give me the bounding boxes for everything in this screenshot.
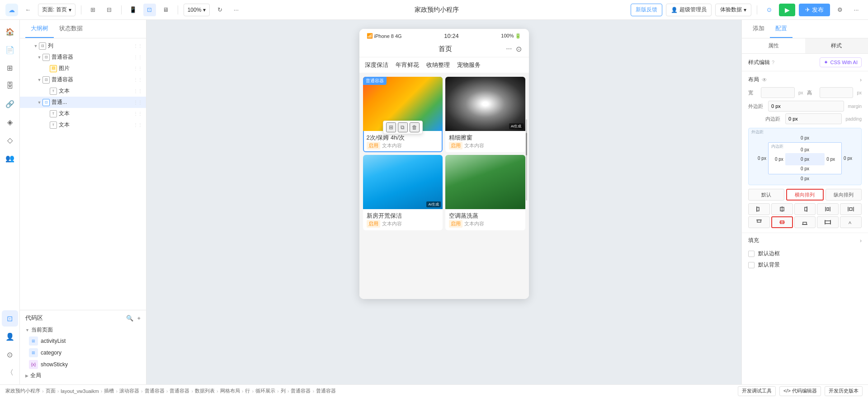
phone-card-4[interactable]: 空调蒸洗蒸 启用 文本内容: [445, 155, 525, 230]
history-button[interactable]: 开发历史版本: [825, 386, 863, 396]
delete-btn[interactable]: 🗑: [410, 122, 420, 132]
default-border-checkbox[interactable]: [748, 251, 755, 257]
padding-bottom-val[interactable]: 0 px: [801, 166, 809, 171]
padding-left-val[interactable]: 0 px: [775, 157, 783, 162]
duplicate-btn[interactable]: ⧉: [398, 122, 408, 132]
tree-item-text3[interactable]: ▶ T 文本 ⋮⋮: [20, 119, 146, 131]
breadcrumb-scroll[interactable]: 滚动容器: [119, 388, 139, 394]
phone-icon-btn[interactable]: ⊡: [143, 4, 156, 16]
padding-input[interactable]: 0 px: [785, 113, 842, 124]
margin-right-val[interactable]: 0 px: [844, 156, 852, 161]
tab-add[interactable]: 添加: [747, 20, 770, 38]
margin-input[interactable]: 0 px: [768, 101, 844, 112]
code-editor-button[interactable]: </> 代码编辑器: [779, 386, 821, 396]
phone-card-2[interactable]: AI生成 精细擦窗 启用 文本内容: [445, 77, 525, 152]
sidebar-item-home[interactable]: 🏠: [2, 23, 18, 40]
help-icon[interactable]: ?: [772, 60, 774, 65]
sidebar-item-user[interactable]: 👤: [2, 328, 18, 345]
tree-item-image[interactable]: ▶ 🖼 图片 ⋮⋮: [20, 63, 146, 74]
cat-3[interactable]: 收纳整理: [426, 61, 450, 69]
cat-4[interactable]: 宠物服务: [457, 61, 481, 69]
current-page-item[interactable]: ▼ 当前页面: [25, 325, 141, 335]
margin-left-val[interactable]: 0 px: [758, 156, 766, 161]
subtab-style[interactable]: 样式: [805, 38, 868, 53]
copy-icon-btn[interactable]: ⊞: [87, 4, 99, 16]
eye-icon[interactable]: 👁: [762, 77, 767, 83]
sidebar-item-pages[interactable]: 📄: [2, 42, 18, 58]
preview-button[interactable]: ▶: [779, 4, 795, 16]
dir-default-btn[interactable]: 默认: [748, 189, 784, 201]
zoom-selector[interactable]: 100% ▾: [184, 4, 210, 16]
sidebar-item-theme[interactable]: ◇: [2, 132, 18, 148]
search-icon[interactable]: 🔍: [126, 315, 133, 322]
category-item[interactable]: ⊞ category: [29, 347, 141, 359]
sidebar-item-link[interactable]: 🔗: [2, 96, 18, 112]
align-stretch-btn[interactable]: [817, 216, 839, 228]
align-center-h-btn[interactable]: [771, 203, 793, 215]
breadcrumb-container2[interactable]: 普通容器: [170, 388, 189, 394]
more-button[interactable]: ···: [230, 4, 242, 16]
color-button[interactable]: ⊙: [763, 4, 775, 16]
height-input[interactable]: [820, 87, 854, 98]
activity-list-item[interactable]: ⊞ activityList: [29, 335, 141, 347]
tree-item-container1[interactable]: ▼ ⊡ 普通容器 ⋮⋮: [20, 51, 146, 63]
breadcrumb-datalist[interactable]: 数据列表: [195, 388, 215, 394]
sidebar-item-data[interactable]: 🗄: [2, 78, 18, 94]
breadcrumb-slot[interactable]: 插槽: [104, 388, 114, 394]
center-val[interactable]: 0 px: [789, 157, 821, 162]
align-right-btn[interactable]: [794, 203, 816, 215]
fill-arrow[interactable]: ›: [860, 238, 862, 244]
breadcrumb-grid[interactable]: 网格布局: [220, 388, 240, 394]
nav-home-icon[interactable]: ⊙: [516, 45, 522, 53]
feedback-button[interactable]: 新版反馈: [631, 4, 662, 16]
align-space-around-btn[interactable]: [840, 203, 862, 215]
show-sticky-item[interactable]: {x} showSticky: [29, 359, 141, 370]
breadcrumb-col[interactable]: 列: [281, 388, 286, 394]
breadcrumb-container4[interactable]: 普通容器: [316, 388, 336, 394]
more-menu-button[interactable]: ···: [850, 4, 863, 16]
breadcrumb-row[interactable]: 行: [245, 388, 250, 394]
tab-config[interactable]: 配置: [770, 20, 793, 38]
dir-vertical-btn[interactable]: 纵向排列: [826, 189, 862, 201]
settings-button[interactable]: ⚙: [834, 4, 846, 16]
align-left-btn[interactable]: [748, 203, 770, 215]
dir-horizontal-btn[interactable]: 横向排列: [786, 189, 823, 201]
cat-1[interactable]: 深度保洁: [365, 61, 388, 69]
publish-button[interactable]: ✈ 发布: [799, 4, 830, 16]
default-bg-checkbox[interactable]: [748, 262, 755, 268]
margin-top-val[interactable]: 0 px: [801, 135, 809, 140]
padding-top-val[interactable]: 0 px: [801, 147, 809, 152]
sidebar-item-interaction[interactable]: ◈: [2, 114, 18, 130]
align-text-btn[interactable]: A: [840, 216, 862, 228]
tab-outline[interactable]: 大纲树: [25, 20, 54, 38]
mobile-icon-btn[interactable]: 📱: [127, 4, 140, 16]
breadcrumb-container3[interactable]: 普通容器: [291, 388, 311, 394]
align-bottom-btn[interactable]: [794, 216, 816, 228]
phone-card-1[interactable]: 普通容器 2次/保姆 4h/次 启用 文本内容: [363, 77, 443, 152]
breadcrumb-app[interactable]: 家政预约小程序: [5, 388, 40, 394]
margin-bottom-val[interactable]: 0 px: [801, 176, 809, 181]
data-button[interactable]: 体验数据 ▾: [715, 4, 751, 16]
add-icon[interactable]: +: [137, 315, 141, 322]
refresh-button[interactable]: ↻: [213, 4, 226, 16]
breadcrumb-loop[interactable]: 循环展示: [255, 388, 275, 394]
desktop-icon-btn[interactable]: 🖥: [160, 4, 172, 16]
tab-state[interactable]: 状态数据: [54, 20, 88, 38]
sidebar-item-expand[interactable]: 〈: [2, 364, 18, 381]
phone-card-3[interactable]: AI生成 新房开荒保洁 启用 文本内容: [363, 155, 443, 230]
tree-item-selected[interactable]: ▼ ⊡ 普通... ⋮⋮: [20, 97, 146, 108]
sidebar-item-members[interactable]: 👥: [2, 150, 18, 166]
tree-item-list[interactable]: ▼ ⊡ 列 ⋮⋮: [20, 40, 146, 51]
align-space-between-btn[interactable]: [817, 203, 839, 215]
breadcrumb-pages[interactable]: 页面: [46, 388, 56, 394]
css-ai-button[interactable]: ✦ CSS With AI: [820, 57, 862, 67]
sidebar-item-help[interactable]: ⊙: [2, 346, 18, 363]
tree-item-text2[interactable]: ▶ T 文本 ⋮⋮: [20, 108, 146, 119]
subtab-props[interactable]: 属性: [742, 38, 805, 53]
global-item[interactable]: ▶ 全局: [25, 370, 141, 381]
cat-2[interactable]: 年宵鲜花: [396, 61, 419, 69]
grid-icon-btn[interactable]: ⊟: [103, 4, 116, 16]
padding-right-val[interactable]: 0 px: [826, 157, 835, 162]
breadcrumb-container1[interactable]: 普通容器: [145, 388, 165, 394]
admin-button[interactable]: 👤 超级管理员: [666, 4, 712, 16]
